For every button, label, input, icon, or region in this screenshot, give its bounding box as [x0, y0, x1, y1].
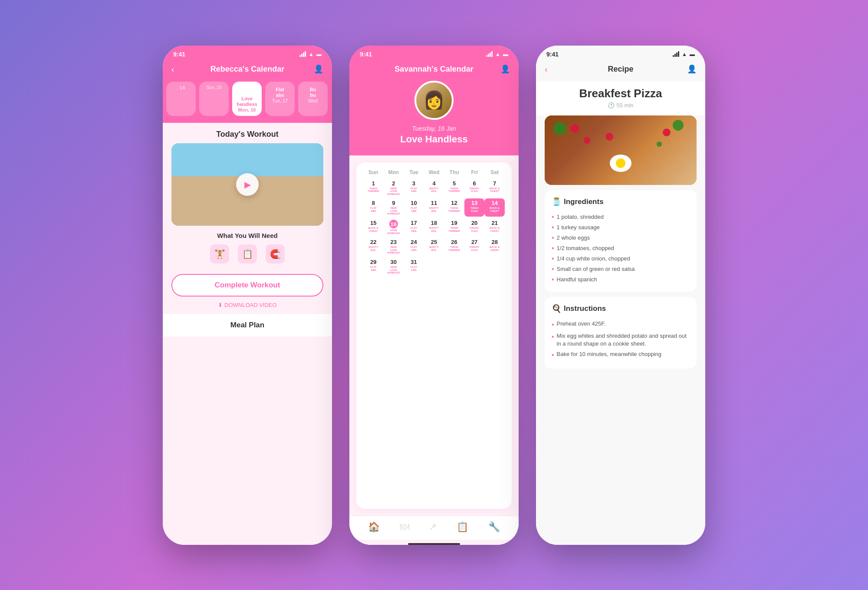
nav-home-icon[interactable]: 🏠: [368, 521, 380, 533]
phone2-header: Savannah's Calendar 👤: [349, 61, 519, 81]
phone3-main-content: Breakfest Pizza 🕐 55 min: [536, 82, 705, 545]
battery-icon-3: ▬: [690, 51, 695, 57]
signal-icon-2: [486, 51, 493, 57]
status-icons-2: ▲ ▬: [486, 51, 508, 57]
ingredients-section: 🫙 Ingredients 1 potato, shredded 1 turke…: [545, 190, 697, 292]
ingredient-2: 1 turkey sausage: [552, 222, 690, 233]
download-video-link[interactable]: ⬇ DOWNLOAD VIDEO: [163, 297, 332, 313]
equipment-list: 🏋 📋 🧲: [171, 244, 323, 264]
cal-cell-18[interactable]: 18BOOTYBUL: [424, 218, 444, 236]
play-button[interactable]: ▶: [236, 173, 259, 196]
cal-cell-20[interactable]: 20FRIDAYFLEX: [464, 218, 485, 236]
cal-cell-4[interactable]: 4BOOTYBUL: [424, 179, 444, 197]
complete-workout-button[interactable]: Complete Workout: [171, 274, 323, 297]
cal-cell-23[interactable]: 23NEWLOVEHANDLES: [384, 237, 404, 256]
cal-cell-6[interactable]: 6FRIDAYFLEX: [464, 179, 485, 197]
cal-day-15[interactable]: Sun, 15: [199, 82, 229, 116]
pizza-topping-extra-2: [657, 142, 662, 147]
cal-cell-17[interactable]: 17FLATABS: [404, 218, 424, 236]
workout-video[interactable]: ▶: [171, 143, 323, 226]
cal-cell-30[interactable]: 30NEWLOVEHANDLES: [384, 257, 404, 276]
cal-cell-9[interactable]: 9NEWLOVEHANDLES: [384, 198, 404, 217]
ingredient-1: 1 potato, shredded: [552, 212, 690, 222]
nav-workout-icon[interactable]: ↗: [429, 521, 437, 533]
pizza-topping-tomato-2: [663, 129, 671, 136]
col-tue: Tue: [404, 169, 424, 175]
profile-button-2[interactable]: 👤: [500, 64, 510, 74]
phone1-main-content: Today's Workout ▶ What You Will Need 🏋 📋…: [163, 123, 332, 545]
nav-meal-icon[interactable]: 🍽: [400, 521, 409, 533]
back-button-3[interactable]: ‹: [545, 64, 548, 74]
col-thu: Thu: [444, 169, 464, 175]
cal-cell-7[interactable]: 7BACK &CHEST: [484, 179, 505, 197]
pizza-visual: [545, 115, 697, 185]
signal-icon-3: [673, 51, 679, 57]
cal-cell-29[interactable]: 29FLATABS: [363, 257, 384, 276]
cal-cell-8[interactable]: 8FLATABS: [363, 198, 384, 217]
cal-cell-26[interactable]: 26THIGHTHINNER: [444, 237, 464, 256]
cal-cell-14[interactable]: 14BACK &CHEST: [484, 198, 505, 217]
time-1: 9:41: [173, 51, 185, 58]
cal-cell-28[interactable]: 28BACK &CHEST: [484, 237, 505, 256]
cal-cell-22[interactable]: 22BOOTYBUL: [363, 237, 384, 256]
meal-plan-title: Meal Plan: [171, 321, 323, 330]
phone1-rebecca-calendar: 9:41 ▲ ▬ ‹ Rebecca's Calendar 👤 , 14: [163, 46, 332, 545]
cal-cell-24[interactable]: 24FLATABS: [404, 237, 424, 256]
profile-button-3[interactable]: 👤: [687, 64, 697, 74]
cal-cell-16-today[interactable]: 16 LOVEHANDLES: [384, 218, 404, 236]
cal-cell-11[interactable]: 11BOOTYBUL: [424, 198, 444, 217]
cal-day-14[interactable]: , 14: [166, 82, 196, 116]
status-bar-2: 9:41 ▲ ▬: [349, 46, 519, 61]
profile-workout: Love Handless: [400, 134, 467, 145]
instructions-section: 🍳 Instructions Preheat oven 425F. Mix eg…: [545, 297, 697, 369]
cal-day-wed[interactable]: Bobu Wed: [298, 82, 328, 116]
ingredient-3: 2 whole eggs: [552, 233, 690, 243]
pizza-egg: [610, 155, 631, 172]
back-button-1[interactable]: ‹: [171, 64, 174, 74]
phone3-recipe: 9:41 ▲ ▬ ‹ Recipe 👤 Breakfest Pizza: [536, 46, 705, 545]
pizza-topping-basil-2: [673, 120, 684, 131]
phone2-title: Savannah's Calendar: [395, 65, 473, 74]
cal-cell-5[interactable]: 5THIGHTHINNER: [444, 179, 464, 197]
cal-cell-1[interactable]: 1THIGHTHINNER: [363, 179, 384, 197]
today-workout-section: Today's Workout: [163, 123, 332, 143]
calendar-week-3: 15BACK &CHEST 16 LOVEHANDLES 17FLATABS 1…: [363, 218, 505, 236]
status-icons-1: ▲ ▬: [299, 51, 322, 57]
cal-cell-21[interactable]: 21BACK &CHEST: [484, 218, 505, 236]
calendar-week-5: 29FLATABS 30NEWLOVEHANDLES 31FLATABS: [363, 257, 505, 276]
cal-day-17[interactable]: Flatabs Tue, 17: [265, 82, 295, 116]
cal-cell-13[interactable]: 13THIGHFLEX: [464, 198, 485, 217]
profile-section: 👩 Tuesday, 16 Jan Love Handless: [349, 81, 519, 155]
col-fri: Fri: [464, 169, 485, 175]
cal-cell-19[interactable]: 19THIGHTHINNER: [444, 218, 464, 236]
cal-cell-3[interactable]: 3FLATABS: [404, 179, 424, 197]
recipe-image: [545, 115, 697, 185]
profile-button-1[interactable]: 👤: [314, 64, 323, 74]
col-sun: Sun: [363, 169, 384, 175]
signal-icon-1: [299, 51, 306, 57]
calendar-strip: , 14 Sun, 15 🛡 Lovehandless Mon, 16 Flat…: [163, 82, 332, 123]
time-3: 9:41: [546, 51, 559, 58]
instruction-1: Preheat oven 425F.: [552, 319, 690, 331]
cal-cell-12[interactable]: 12THIGHTHINNER: [444, 198, 464, 217]
phone1-title: Rebecca's Calendar: [210, 65, 284, 74]
cal-cell-27[interactable]: 27FRIDAYFLEX: [464, 237, 485, 256]
nav-settings-icon[interactable]: 🔧: [488, 521, 500, 533]
cal-cell-empty3: [464, 257, 485, 276]
nav-calendar-icon[interactable]: 📋: [457, 521, 468, 533]
cal-day-16-active[interactable]: 🛡 Lovehandless Mon, 16: [232, 82, 262, 116]
ingredient-4: 1/2 tomatoes, chopped: [552, 243, 690, 254]
cal-cell-25[interactable]: 25BOOTYBUL: [424, 237, 444, 256]
cal-cell-10[interactable]: 10FLATABS: [404, 198, 424, 217]
shield-icon: 🛡: [237, 85, 257, 94]
cal-cell-15[interactable]: 15BACK &CHEST: [363, 218, 384, 236]
status-bar-3: 9:41 ▲ ▬: [536, 46, 705, 61]
cal-cell-2[interactable]: 2NEWLOVEHANDLES: [384, 179, 404, 197]
what-needed-title: What You Will Need: [171, 232, 323, 239]
pizza-topping-basil-1: [553, 122, 566, 135]
instruction-2: Mix egg whites and shredded potato and s…: [552, 331, 690, 349]
wifi-icon-3: ▲: [682, 51, 687, 57]
cal-cell-31[interactable]: 31FLATABS: [404, 257, 424, 276]
col-wed: Wed: [424, 169, 444, 175]
phone3-title: Recipe: [608, 65, 633, 74]
